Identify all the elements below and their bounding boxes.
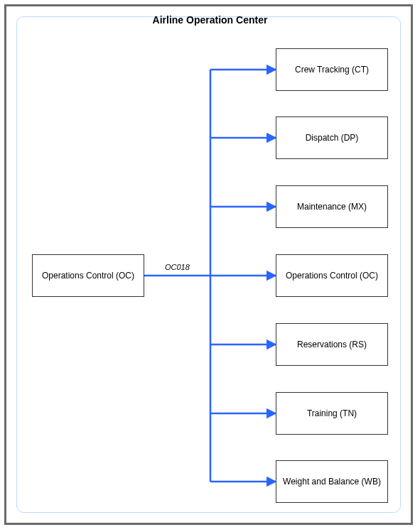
node-maintenance: Maintenance (MX) xyxy=(276,185,388,228)
edge-label: OC018 xyxy=(165,263,190,271)
node-operations-control-target: Operations Control (OC) xyxy=(276,254,388,297)
node-label: Training (TN) xyxy=(307,408,357,418)
node-label: Maintenance (MX) xyxy=(297,202,367,212)
node-reservations: Reservations (RS) xyxy=(276,323,388,366)
node-label: Crew Tracking (CT) xyxy=(295,65,369,75)
node-label: Dispatch (DP) xyxy=(306,133,359,143)
node-label: Operations Control (OC) xyxy=(42,271,134,281)
node-label: Weight and Balance (WB) xyxy=(283,477,381,487)
node-crew-tracking: Crew Tracking (CT) xyxy=(276,48,388,91)
node-label: Operations Control (OC) xyxy=(286,271,378,281)
node-dispatch: Dispatch (DP) xyxy=(276,116,388,159)
node-weight-balance: Weight and Balance (WB) xyxy=(276,460,388,503)
diagram-title: Airline Operation Center xyxy=(0,14,420,26)
node-label: Reservations (RS) xyxy=(297,340,367,349)
node-source-operations-control: Operations Control (OC) xyxy=(32,254,144,297)
node-training: Training (TN) xyxy=(276,392,388,435)
